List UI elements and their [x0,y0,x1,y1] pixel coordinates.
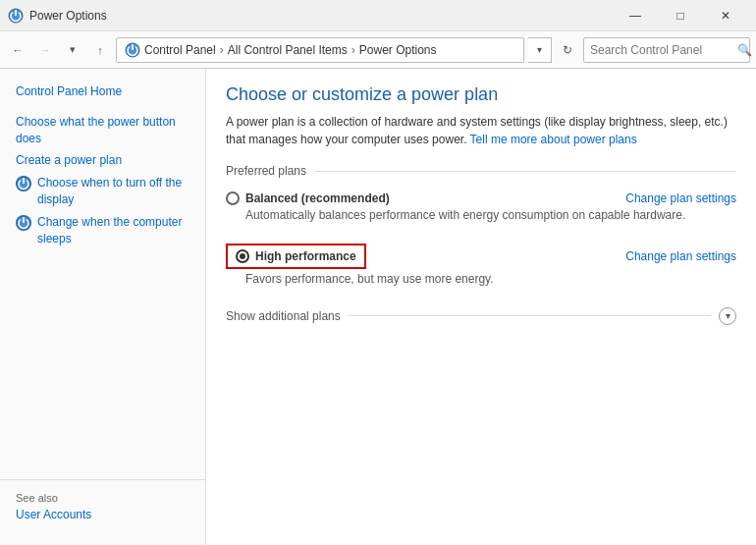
plan-desc-balanced: Automatically balances performance with … [245,207,736,224]
svg-rect-3 [132,44,134,50]
close-button[interactable]: ✕ [703,0,748,31]
main-container: Control Panel Home Choose what the power… [0,69,756,545]
path-power-options[interactable]: Power Options [359,43,437,57]
forward-button[interactable]: → [33,38,57,62]
sidebar-label-turn-off-display: Choose when to turn off the display [37,175,193,208]
additional-plans-section: Show additional plans ▾ [226,307,736,325]
sidebar-item-create-power-plan[interactable]: Create a power plan [0,149,205,172]
sidebar-item-control-panel-home[interactable]: Control Panel Home [0,81,205,103]
expand-additional-plans-button[interactable]: ▾ [719,307,736,325]
sidebar: Control Panel Home Choose what the power… [0,69,206,545]
path-sep-2: › [351,43,355,57]
sidebar-label-power-button: Choose what the power button does [16,114,193,147]
title-bar: Power Options — □ ✕ [0,0,756,31]
globe-icon-sleep [16,215,31,231]
power-icon [8,8,24,24]
back-button[interactable]: ← [6,38,29,62]
learn-more-link[interactable]: Tell me more about power plans [470,133,637,146]
page-title: Choose or customize a power plan [226,84,736,105]
additional-plans-header: Show additional plans ▾ [226,307,736,325]
plan-name-balanced[interactable]: Balanced (recommended) [245,191,390,205]
maximize-button[interactable]: □ [658,0,703,31]
search-box: 🔍 [583,37,750,63]
plan-desc-high-performance: Favors performance, but may use more ene… [245,271,736,288]
plan-row-high-performance: High performance Change plan settings [226,244,736,269]
see-also-label: See also [16,492,189,504]
svg-rect-1 [15,10,17,16]
plan-name-high-performance[interactable]: High performance [255,249,356,263]
address-path: Control Panel › All Control Panel Items … [116,37,524,63]
sidebar-label-create-power-plan: Create a power plan [16,152,122,169]
window-controls: — □ ✕ [613,0,748,31]
globe-icon-display [16,176,31,191]
section-line-1 [314,171,736,172]
sidebar-item-power-button[interactable]: Choose what the power button does [0,111,205,150]
high-performance-box: High performance [226,244,366,269]
title-bar-text: Power Options [29,9,613,23]
change-plan-high-performance[interactable]: Change plan settings [625,249,736,263]
preferred-plans-label: Preferred plans [226,164,306,178]
plan-item-balanced: Balanced (recommended) Change plan setti… [226,188,736,228]
path-all-items[interactable]: All Control Panel Items [228,43,348,57]
see-also-user-accounts[interactable]: User Accounts [16,508,189,521]
path-sep-1: › [220,43,224,57]
up-button[interactable]: ↑ [88,38,112,62]
preferred-plans-header: Preferred plans [226,164,736,178]
content-area: Choose or customize a power plan A power… [206,69,756,545]
address-dropdown-btn[interactable]: ▾ [528,37,552,63]
minimize-button[interactable]: — [613,0,658,31]
radio-high-performance[interactable] [236,249,249,263]
address-bar: ← → ▾ ↑ Control Panel › All Control Pane… [0,31,756,69]
plan-row-balanced: Balanced (recommended) Change plan setti… [226,191,736,205]
path-globe-icon [125,42,140,58]
refresh-button[interactable]: ↻ [556,38,579,62]
page-description: A power plan is a collection of hardware… [226,113,736,148]
radio-balanced[interactable] [226,191,240,205]
dropdown-button[interactable]: ▾ [61,38,84,62]
plan-item-high-performance: High performance Change plan settings Fa… [226,240,736,292]
sidebar-item-change-sleep[interactable]: Change when the computer sleeps [0,211,205,250]
path-control-panel[interactable]: Control Panel [144,43,216,57]
section-line-2 [349,315,711,316]
svg-rect-5 [23,178,25,184]
svg-rect-7 [23,217,25,223]
sidebar-label-control-panel-home: Control Panel Home [16,83,122,100]
search-icon: 🔍 [737,43,752,57]
change-plan-balanced[interactable]: Change plan settings [625,191,736,205]
search-input[interactable] [590,43,737,57]
additional-plans-label: Show additional plans [226,309,341,323]
see-also-section: See also User Accounts [0,479,205,533]
sidebar-label-change-sleep: Change when the computer sleeps [37,214,193,247]
sidebar-item-turn-off-display[interactable]: Choose when to turn off the display [0,172,205,211]
